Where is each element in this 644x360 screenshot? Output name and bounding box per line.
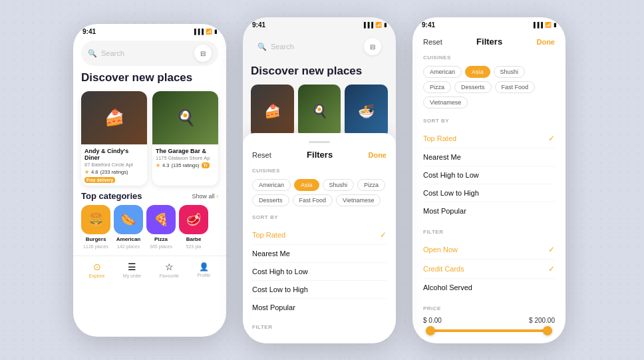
wifi-icon: 📶 [206, 29, 212, 35]
category-pizza[interactable]: 🍕 Pizza 365 places [146, 205, 176, 249]
chip-shushi[interactable]: Shushi [323, 179, 355, 191]
sort-label-nearest: Nearest Me [252, 250, 290, 258]
battery-icon-mid: ▮ [384, 22, 387, 28]
nav-explore[interactable]: ⊙ Explore [89, 262, 105, 278]
show-all-button[interactable]: Show all › [192, 193, 218, 200]
sort-nearest[interactable]: Nearest Me [252, 245, 387, 263]
sort-popular[interactable]: Most Popular [252, 299, 387, 316]
status-icons-left: ▐▐▐ 📶 ▮ [192, 29, 217, 35]
filter-label-mid: FILTER [252, 324, 387, 330]
mid-image-2: 🍜 [345, 85, 388, 138]
filter-alcohol[interactable]: Alcohol Served [423, 279, 555, 296]
cat-name-2: Pizza [154, 236, 168, 242]
chip-american[interactable]: American [252, 179, 291, 191]
signal-icon-mid: ▐▐▐ [362, 22, 373, 28]
reset-button-right[interactable]: Reset [423, 38, 442, 46]
sort-cost-high[interactable]: Cost High to Low [252, 263, 387, 281]
food-image-1: 🍳 [152, 91, 218, 144]
chip-desserts[interactable]: Desserts [252, 194, 289, 206]
filter-button-mid[interactable]: ⊟ [364, 38, 381, 55]
range-thumb-left[interactable] [426, 326, 435, 335]
filter-open-now[interactable]: Open Now ✓ [423, 240, 555, 260]
chip-right-fastfood[interactable]: Fast Food [495, 81, 536, 93]
check-open-now: ✓ [548, 245, 555, 254]
chip-right-asia[interactable]: Asia [465, 66, 490, 78]
filter-header-mid: Reset Filters Done [252, 150, 387, 160]
food-addr-1: 1175 Glalaxon Shore Ap [156, 155, 215, 161]
status-icons-mid: ▐▐▐ 📶 ▮ [362, 22, 387, 28]
done-button-right[interactable]: Done [536, 38, 555, 46]
signal-icon-right: ▐▐▐ [532, 22, 543, 28]
cat-count-2: 365 places [150, 244, 172, 249]
search-icon: 🔍 [88, 49, 97, 58]
filter-sheet-mid: Reset Filters Done CUISINES American Asi… [243, 133, 396, 343]
price-min: $ 0.00 [423, 317, 442, 324]
pizza-icon: 🍕 [146, 205, 176, 234]
nav-order[interactable]: ☰ My order [123, 262, 142, 278]
chip-right-american[interactable]: American [423, 66, 462, 78]
chip-right-shushi[interactable]: Shushi [494, 66, 526, 78]
battery-icon-right: ▮ [554, 22, 556, 28]
range-thumb-right[interactable] [543, 326, 552, 335]
filter-credit-cards[interactable]: Credit Cards ✓ [423, 260, 555, 279]
sort-right-nearest[interactable]: Nearest Me [423, 148, 555, 166]
filter-section-filter: FILTER Open Now ✓ Credit Cards ✓ Alcohol… [423, 229, 555, 296]
cuisines-label-right: CUISINES [423, 55, 555, 61]
sort-right-popular[interactable]: Most Popular [423, 202, 555, 220]
sort-right-label-cost-high: Cost High to Low [423, 171, 479, 179]
phone-right: 9:41 ▐▐▐ 📶 ▮ Reset Filters Done CUISINES… [412, 17, 565, 343]
filter-button-left[interactable]: ⊟ [194, 45, 212, 62]
chip-vietnamese[interactable]: Vietnamese [336, 194, 381, 206]
mid-food-images: 🍰 🍳 🍜 [243, 85, 396, 138]
sort-right-top-rated[interactable]: Top Rated ✓ [423, 129, 555, 148]
filter-section-cuisines: CUISINES American Asia Shushi Pizza Dess… [423, 55, 555, 108]
price-label-right: PRICE [423, 305, 555, 311]
cuisines-label-mid: CUISINES [252, 168, 387, 174]
cat-count-0: 1126 places [83, 244, 108, 249]
status-bar-right: 9:41 ▐▐▐ 📶 ▮ [412, 17, 565, 31]
chip-fastfood[interactable]: Fast Food [293, 194, 333, 206]
chip-pizza[interactable]: Pizza [357, 179, 385, 191]
filter-title-right: Filters [476, 37, 502, 47]
done-button-mid[interactable]: Done [368, 151, 387, 159]
price-labels: $ 0.00 $ 200.00 [423, 317, 555, 324]
sort-right-cost-low[interactable]: Cost Low to High [423, 184, 555, 202]
nav-label-favourite: Favourite [160, 273, 179, 278]
mid-title-area: Discover new places [243, 65, 396, 78]
sliders-icon-mid: ⊟ [370, 43, 375, 51]
sort-top-rated[interactable]: Top Rated ✓ [252, 226, 387, 245]
category-burgers[interactable]: 🍔 Burgers 1126 places [81, 205, 110, 249]
reset-button-mid[interactable]: Reset [252, 151, 271, 159]
filter-label-open-now: Open Now [423, 246, 458, 254]
filter-title-mid: Filters [307, 150, 333, 160]
nav-profile[interactable]: 👤 Profile [197, 262, 210, 277]
chip-asia[interactable]: Asia [294, 179, 319, 191]
search-bar-left[interactable]: 🔍 Search ⊟ [81, 41, 218, 66]
category-american[interactable]: 🌭 American 142 places [114, 205, 143, 249]
status-icons-right: ▐▐▐ 📶 ▮ [532, 22, 556, 28]
sort-cost-low[interactable]: Cost Low to High [252, 281, 387, 299]
food-card-0[interactable]: 🍰 Andy & Cindy's Diner 87 Bateford Circl… [81, 91, 147, 186]
cat-name-0: Burgers [86, 236, 106, 242]
sort-right-label-cost-low: Cost Low to High [423, 189, 479, 197]
chip-right-pizza[interactable]: Pizza [423, 81, 451, 93]
sortby-label-right: SORT BY [423, 118, 555, 124]
food-card-1[interactable]: 🍳 The Garage Bar & 1175 Glalaxon Shore A… [152, 91, 218, 186]
sort-options-mid: Top Rated ✓ Nearest Me Cost High to Low … [252, 226, 387, 316]
cat-count-1: 142 places [117, 244, 140, 249]
sort-right-cost-high[interactable]: Cost High to Low [423, 166, 555, 184]
categories-list: 🍔 Burgers 1126 places 🌭 American 142 pla… [81, 205, 218, 249]
range-track[interactable] [426, 329, 552, 332]
rating-count-0: (233 ratings) [100, 169, 128, 175]
search-bar-mid[interactable]: 🔍 Search ⊟ [251, 34, 388, 59]
phone-mid: 9:41 ▐▐▐ 📶 ▮ 🔍 Search ⊟ Discover new pla… [243, 17, 396, 343]
time-right: 9:41 [422, 21, 435, 29]
filter-section-price: PRICE $ 0.00 $ 200.00 [423, 305, 555, 332]
badge-1: Tr [202, 162, 210, 168]
category-barbe[interactable]: 🥩 Barbe 523 pla [179, 205, 208, 249]
chip-right-vietnamese[interactable]: Vietnamese [423, 96, 468, 108]
chip-right-desserts[interactable]: Desserts [454, 81, 492, 93]
nav-favourite[interactable]: ☆ Favourite [160, 262, 179, 278]
sort-label-top-rated: Top Rated [252, 231, 285, 239]
nav-label-profile: Profile [197, 273, 210, 277]
